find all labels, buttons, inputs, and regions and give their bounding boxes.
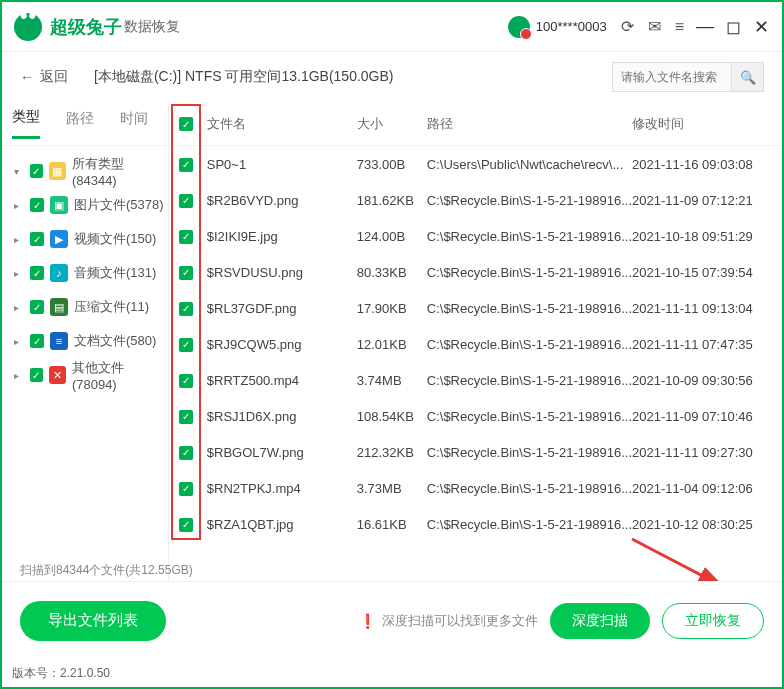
table-row[interactable]: ✓ $RSJ1D6X.png 108.54KB C:\$Recycle.Bin\… bbox=[169, 398, 782, 434]
tree-label: 图片文件(5378) bbox=[74, 196, 164, 214]
cell-name: $RSJ1D6X.png bbox=[207, 409, 357, 424]
col-time[interactable]: 修改时间 bbox=[632, 115, 772, 133]
tree-item[interactable]: ▸ ✓ ✕ 其他文件(78094) bbox=[6, 358, 164, 392]
row-checkbox[interactable]: ✓ bbox=[179, 158, 193, 172]
zip-icon: ▤ bbox=[50, 298, 68, 316]
tree-item[interactable]: ▸ ✓ ≡ 文档文件(580) bbox=[6, 324, 164, 358]
cell-size: 733.00B bbox=[357, 157, 427, 172]
row-checkbox[interactable]: ✓ bbox=[179, 446, 193, 460]
version-label: 版本号：2.21.0.50 bbox=[2, 659, 782, 687]
cell-time: 2021-11-11 07:47:35 bbox=[632, 337, 772, 352]
row-checkbox[interactable]: ✓ bbox=[179, 302, 193, 316]
tree-item[interactable]: ▸ ✓ ▤ 压缩文件(11) bbox=[6, 290, 164, 324]
checkbox[interactable]: ✓ bbox=[30, 232, 44, 246]
recover-button[interactable]: 立即恢复 bbox=[662, 603, 764, 639]
caret-icon: ▸ bbox=[14, 234, 24, 245]
brand-name: 超级兔子 bbox=[50, 15, 122, 39]
aud-icon: ♪ bbox=[50, 264, 68, 282]
maximize-button[interactable]: ◻ bbox=[724, 16, 742, 38]
tree-item[interactable]: ▸ ✓ ▶ 视频文件(150) bbox=[6, 222, 164, 256]
cell-time: 2021-11-09 07:10:46 bbox=[632, 409, 772, 424]
close-button[interactable]: ✕ bbox=[752, 16, 770, 38]
brand-sub: 数据恢复 bbox=[124, 18, 180, 36]
checkbox[interactable]: ✓ bbox=[30, 266, 44, 280]
cell-path: C:\$Recycle.Bin\S-1-5-21-198916... bbox=[427, 517, 632, 532]
table-header: ✓ 文件名 大小 路径 修改时间 bbox=[169, 102, 782, 146]
cell-size: 181.62KB bbox=[357, 193, 427, 208]
table-row[interactable]: ✓ $RBGOL7W.png 212.32KB C:\$Recycle.Bin\… bbox=[169, 434, 782, 470]
col-name[interactable]: 文件名 bbox=[207, 115, 357, 133]
minimize-button[interactable]: — bbox=[696, 16, 714, 38]
cell-path: C:\$Recycle.Bin\S-1-5-21-198916... bbox=[427, 301, 632, 316]
table-row[interactable]: ✓ $RL37GDF.png 17.90KB C:\$Recycle.Bin\S… bbox=[169, 290, 782, 326]
back-button[interactable]: ← 返回 bbox=[20, 68, 68, 86]
cell-size: 80.33KB bbox=[357, 265, 427, 280]
deep-tip: ❗ 深度扫描可以找到更多文件 bbox=[359, 612, 538, 630]
row-checkbox[interactable]: ✓ bbox=[179, 374, 193, 388]
cell-time: 2021-11-16 09:03:08 bbox=[632, 157, 772, 172]
caret-icon: ▸ bbox=[14, 302, 24, 313]
tree-label: 音频文件(131) bbox=[74, 264, 156, 282]
caret-icon: ▸ bbox=[14, 200, 24, 211]
search-input[interactable] bbox=[612, 62, 732, 92]
cell-size: 124.00B bbox=[357, 229, 427, 244]
checkbox[interactable]: ✓ bbox=[30, 300, 44, 314]
sidebar-tabs: 类型 路径 时间 bbox=[2, 102, 168, 146]
cell-size: 12.01KB bbox=[357, 337, 427, 352]
table-row[interactable]: ✓ $RN2TPKJ.mp4 3.73MB C:\$Recycle.Bin\S-… bbox=[169, 470, 782, 506]
export-button[interactable]: 导出文件列表 bbox=[20, 601, 166, 641]
img-icon: ▣ bbox=[50, 196, 68, 214]
cell-size: 108.54KB bbox=[357, 409, 427, 424]
user-id: 100****0003 bbox=[536, 19, 607, 34]
cell-time: 2021-11-04 09:12:06 bbox=[632, 481, 772, 496]
back-label: 返回 bbox=[40, 68, 68, 86]
row-checkbox[interactable]: ✓ bbox=[179, 338, 193, 352]
cell-name: $I2IKI9E.jpg bbox=[207, 229, 357, 244]
tree-label: 所有类型(84344) bbox=[72, 155, 164, 188]
tab-time[interactable]: 时间 bbox=[120, 110, 148, 138]
checkbox[interactable]: ✓ bbox=[30, 198, 44, 212]
tab-type[interactable]: 类型 bbox=[12, 108, 40, 139]
cell-path: C:\$Recycle.Bin\S-1-5-21-198916... bbox=[427, 373, 632, 388]
table-row[interactable]: ✓ $RSVDUSU.png 80.33KB C:\$Recycle.Bin\S… bbox=[169, 254, 782, 290]
deep-scan-button[interactable]: 深度扫描 bbox=[550, 603, 650, 639]
tree-label: 视频文件(150) bbox=[74, 230, 156, 248]
cell-time: 2021-10-09 09:30:56 bbox=[632, 373, 772, 388]
table-row[interactable]: ✓ $I2IKI9E.jpg 124.00B C:\$Recycle.Bin\S… bbox=[169, 218, 782, 254]
vid-icon: ▶ bbox=[50, 230, 68, 248]
row-checkbox[interactable]: ✓ bbox=[179, 266, 193, 280]
checkbox[interactable]: ✓ bbox=[30, 368, 43, 382]
select-all-checkbox[interactable]: ✓ bbox=[179, 117, 193, 131]
menu-icon[interactable]: ≡ bbox=[675, 18, 684, 36]
cell-name: $RRTZ500.mp4 bbox=[207, 373, 357, 388]
tab-path[interactable]: 路径 bbox=[66, 110, 94, 138]
scan-info: 扫描到84344个文件(共12.55GB) bbox=[20, 562, 193, 579]
row-checkbox[interactable]: ✓ bbox=[179, 194, 193, 208]
tree-item[interactable]: ▾ ✓ ▦ 所有类型(84344) bbox=[6, 154, 164, 188]
search-button[interactable]: 🔍 bbox=[732, 62, 764, 92]
table-row[interactable]: ✓ $R2B6VYD.png 181.62KB C:\$Recycle.Bin\… bbox=[169, 182, 782, 218]
cell-name: $RZA1QBT.jpg bbox=[207, 517, 357, 532]
checkbox[interactable]: ✓ bbox=[30, 334, 44, 348]
cell-size: 3.74MB bbox=[357, 373, 427, 388]
row-checkbox[interactable]: ✓ bbox=[179, 482, 193, 496]
row-checkbox[interactable]: ✓ bbox=[179, 410, 193, 424]
col-path[interactable]: 路径 bbox=[427, 115, 632, 133]
table-row[interactable]: ✓ $RZA1QBT.jpg 16.61KB C:\$Recycle.Bin\S… bbox=[169, 506, 782, 542]
table-row[interactable]: ✓ SP0~1 733.00B C:\Users\Public\Nwt\cach… bbox=[169, 146, 782, 182]
table-row[interactable]: ✓ $RRTZ500.mp4 3.74MB C:\$Recycle.Bin\S-… bbox=[169, 362, 782, 398]
row-checkbox[interactable]: ✓ bbox=[179, 230, 193, 244]
cell-path: C:\$Recycle.Bin\S-1-5-21-198916... bbox=[427, 409, 632, 424]
checkbox[interactable]: ✓ bbox=[30, 164, 43, 178]
feedback-icon[interactable]: ✉ bbox=[648, 17, 661, 36]
col-size[interactable]: 大小 bbox=[357, 115, 427, 133]
cell-size: 212.32KB bbox=[357, 445, 427, 460]
tree-item[interactable]: ▸ ✓ ▣ 图片文件(5378) bbox=[6, 188, 164, 222]
cell-path: C:\$Recycle.Bin\S-1-5-21-198916... bbox=[427, 445, 632, 460]
refresh-icon[interactable]: ⟳ bbox=[621, 17, 634, 36]
row-checkbox[interactable]: ✓ bbox=[179, 518, 193, 532]
table-row[interactable]: ✓ $RJ9CQW5.png 12.01KB C:\$Recycle.Bin\S… bbox=[169, 326, 782, 362]
tree-label: 压缩文件(11) bbox=[74, 298, 149, 316]
tree-item[interactable]: ▸ ✓ ♪ 音频文件(131) bbox=[6, 256, 164, 290]
user-area[interactable]: 100****0003 bbox=[508, 16, 607, 38]
